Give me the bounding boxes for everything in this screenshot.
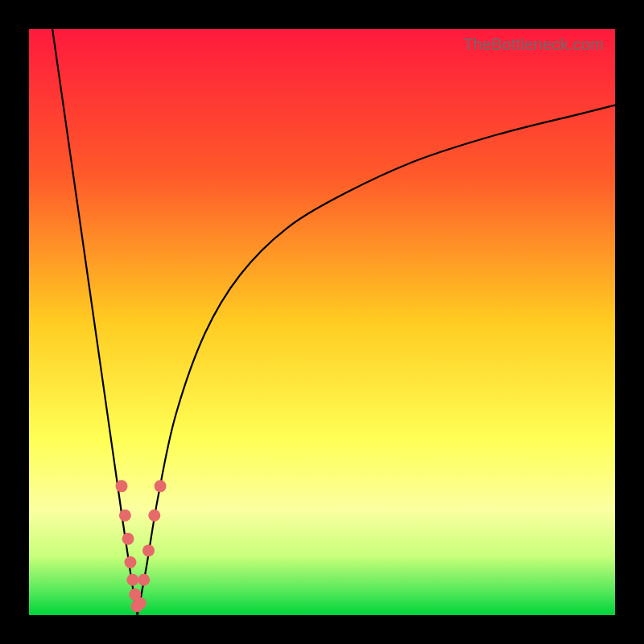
watermark-text: TheBottleneck.com [463, 35, 604, 54]
marker-dot [119, 510, 131, 522]
gradient-background [29, 29, 615, 615]
plot-area: TheBottleneck.com [29, 29, 615, 615]
marker-dot [122, 533, 134, 545]
marker-dot [134, 597, 147, 609]
marker-dot [155, 480, 167, 492]
marker-dot [116, 480, 128, 492]
marker-dot [138, 574, 150, 586]
marker-dot [126, 574, 138, 586]
marker-dot [148, 510, 160, 522]
bottleneck-chart [29, 29, 615, 615]
chart-frame: TheBottleneck.com [0, 0, 644, 644]
marker-dot [124, 556, 136, 568]
marker-dot [142, 544, 155, 556]
